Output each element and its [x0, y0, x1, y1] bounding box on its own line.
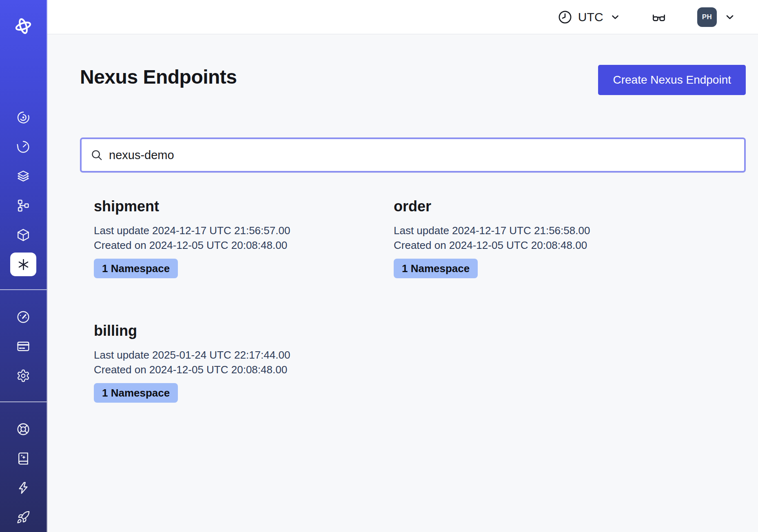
avatar: PH: [697, 7, 717, 27]
timezone-selector[interactable]: UTC: [558, 10, 621, 24]
top-bar: UTC PH: [47, 0, 758, 34]
sidebar-item-billing[interactable]: [0, 335, 47, 358]
lightning-icon: [16, 481, 30, 495]
gear-icon: [16, 369, 30, 383]
endpoint-created-on: Created on 2024-12-05 UTC 20:08:48.00: [94, 362, 380, 377]
temporal-logo-icon[interactable]: [13, 16, 34, 37]
timer-icon: [16, 140, 30, 154]
endpoint-grid: shipment Last update 2024-12-17 UTC 21:5…: [80, 198, 746, 403]
sidebar-item-namespaces[interactable]: [0, 165, 47, 188]
sidebar-secondary-nav: [0, 306, 47, 387]
read-only-mode-button[interactable]: [652, 10, 666, 24]
endpoint-created-on: Created on 2024-12-05 UTC 20:08:48.00: [94, 238, 380, 253]
sidebar-divider: [0, 289, 47, 290]
endpoint-last-update: Last update 2025-01-24 UTC 22:17:44.00: [94, 348, 380, 362]
sidebar-support-nav: [0, 418, 47, 529]
eye-icon: [16, 111, 30, 124]
sidebar-primary-nav: [0, 106, 47, 276]
active-nav-tile: [10, 253, 36, 276]
page-title: Nexus Endpoints: [80, 65, 237, 89]
chevron-down-icon: [610, 12, 621, 22]
sidebar-item-usage[interactable]: [0, 306, 47, 328]
main-content: Nexus Endpoints Create Nexus Endpoint sh…: [47, 34, 758, 532]
gauge-icon: [16, 310, 30, 324]
endpoint-created-on: Created on 2024-12-05 UTC 20:08:48.00: [394, 238, 680, 253]
sidebar-item-settings[interactable]: [0, 364, 47, 387]
sidebar-item-monitor[interactable]: [0, 106, 47, 129]
endpoint-card-billing[interactable]: billing Last update 2025-01-24 UTC 22:17…: [80, 322, 380, 403]
create-nexus-endpoint-button[interactable]: Create Nexus Endpoint: [598, 65, 746, 95]
sidebar-item-getting-started[interactable]: [0, 506, 47, 529]
chevron-down-icon: [724, 11, 736, 23]
glasses-icon: [652, 10, 666, 24]
sidebar-item-schedules[interactable]: [0, 135, 47, 158]
layers-icon: [16, 169, 30, 183]
sidebar-divider: [0, 401, 47, 402]
sidebar-item-docs[interactable]: [0, 447, 47, 470]
namespace-badge: 1 Namespace: [94, 259, 178, 278]
endpoint-name[interactable]: shipment: [94, 198, 380, 215]
sidebar: [0, 0, 47, 532]
namespace-badge: 1 Namespace: [94, 383, 178, 403]
cube-icon: [16, 228, 30, 242]
sidebar-item-nexus[interactable]: [0, 253, 47, 276]
clock-icon: [558, 10, 572, 24]
sidebar-item-deployments[interactable]: [0, 224, 47, 246]
search-input[interactable]: [109, 149, 735, 162]
search-icon: [91, 149, 103, 161]
account-menu[interactable]: PH: [697, 7, 736, 27]
endpoint-name[interactable]: order: [394, 198, 680, 215]
rocket-icon: [16, 510, 30, 524]
endpoint-last-update: Last update 2024-12-17 UTC 21:56:58.00: [394, 223, 680, 238]
endpoint-card-shipment[interactable]: shipment Last update 2024-12-17 UTC 21:5…: [80, 198, 380, 278]
credit-card-icon: [16, 339, 30, 353]
endpoint-last-update: Last update 2024-12-17 UTC 21:56:57.00: [94, 223, 380, 238]
endpoint-card-order[interactable]: order Last update 2024-12-17 UTC 21:56:5…: [380, 198, 680, 278]
namespace-badge: 1 Namespace: [394, 259, 478, 278]
timezone-label: UTC: [578, 10, 603, 24]
sidebar-item-batch[interactable]: [0, 194, 47, 217]
sidebar-item-feedback[interactable]: [0, 477, 47, 499]
book-sparkles-icon: [16, 452, 30, 466]
avatar-initials: PH: [702, 13, 712, 21]
branch-icon: [16, 199, 30, 213]
endpoint-name[interactable]: billing: [94, 322, 380, 339]
endpoint-search: [80, 137, 746, 173]
page-header-row: Nexus Endpoints Create Nexus Endpoint: [80, 34, 746, 95]
sidebar-item-support[interactable]: [0, 418, 47, 441]
lifebuoy-icon: [16, 422, 30, 436]
asterisk-icon: [17, 258, 30, 271]
